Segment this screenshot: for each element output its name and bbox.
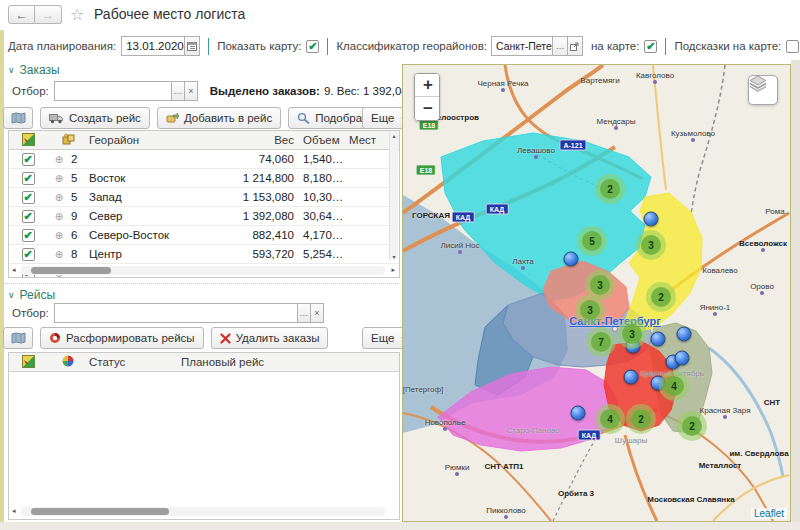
cluster-marker[interactable]: 4 [595, 404, 625, 434]
date-input[interactable]: 13.01.2020 [121, 36, 185, 56]
map-attribution[interactable]: Leaflet [751, 508, 787, 519]
favorite-star-icon[interactable]: ☆ [70, 5, 84, 24]
table-row[interactable]: ✔⊕6Северо-Восток882,4104,170… [9, 226, 399, 245]
orders-section-header[interactable]: ∨ Заказы [8, 63, 60, 77]
table-row[interactable]: ✔⊕8Центр593,7205,254… [9, 245, 399, 264]
map-place-label: Новополье [425, 418, 466, 427]
order-point-marker[interactable] [675, 351, 690, 366]
trips-map-toggle-button[interactable] [3, 327, 33, 349]
trips-filter-input[interactable] [54, 303, 298, 323]
disband-trips-button[interactable]: Расформировать рейсы [40, 327, 204, 349]
delete-orders-label: Удалить заказы [236, 332, 320, 344]
row-checkbox-cell: ✔ [9, 191, 47, 204]
map-canvas[interactable]: Черная РечкаБелоостровЛевашовоКавголовоВ… [402, 64, 791, 522]
orders-vertical-scrollbar[interactable]: ▴ ▾ [389, 132, 398, 260]
scroll-right-icon[interactable]: ▸ [391, 266, 395, 274]
trips-table-header[interactable]: Статус Плановый рейс [9, 353, 399, 372]
cluster-marker[interactable]: 2 [677, 411, 707, 441]
table-row[interactable]: ✔⊕5Восток1 214,8008,180… [9, 169, 399, 188]
classifier-label: Классификатор георайонов: [336, 40, 487, 52]
row-checkbox[interactable]: ✔ [22, 248, 35, 261]
section-splitter[interactable] [2, 283, 398, 284]
trips-filter-choose-button[interactable]: … [298, 303, 311, 323]
back-button[interactable]: ← [8, 5, 35, 24]
map-place-label: Московская Славянка [647, 495, 734, 504]
cluster-marker[interactable]: 3 [617, 319, 647, 349]
zoom-in-button[interactable]: + [415, 74, 440, 97]
row-checkbox[interactable]: ✔ [22, 153, 35, 166]
cluster-marker[interactable]: 3 [575, 295, 605, 325]
orders-filter-clear-button[interactable]: × [185, 81, 198, 101]
cluster-marker[interactable]: 4 [659, 371, 689, 401]
table-row[interactable]: ✔⊕274,0601,540… [9, 150, 399, 169]
row-georegion: Север [89, 210, 241, 222]
forward-button[interactable]: → [35, 5, 62, 24]
order-point-marker[interactable] [677, 327, 692, 342]
create-trip-button[interactable]: Создать рейс [40, 107, 150, 129]
row-checkbox-cell: ✔ [9, 153, 47, 166]
order-point-marker[interactable] [564, 252, 579, 267]
add-to-trip-button[interactable]: Добавить в рейс [157, 107, 281, 129]
scroll-up-icon[interactable]: ▴ [392, 132, 395, 139]
cluster-count: 3 [590, 275, 610, 295]
show-map-checkbox[interactable]: ✔ [306, 40, 319, 53]
map-layers-button[interactable] [748, 75, 778, 105]
row-checkbox[interactable]: ✔ [22, 172, 35, 185]
cluster-count: 3 [622, 324, 642, 344]
collapse-chevron-icon: ∨ [8, 65, 15, 75]
row-weight: 593,720 [241, 248, 294, 260]
hints-label: Подсказки на карте: [674, 40, 781, 52]
table-row[interactable]: ✔⊕9Север1 392,08030,64… [9, 207, 399, 226]
row-expand-icon[interactable]: ⊕ [47, 154, 71, 165]
row-expand-icon[interactable]: ⊕ [47, 211, 71, 222]
order-point-marker[interactable] [624, 370, 639, 385]
trip-column-icon [47, 355, 89, 369]
on-map-checkbox[interactable]: ✔ [644, 40, 657, 53]
cluster-marker[interactable]: 2 [595, 174, 625, 204]
row-checkbox[interactable]: ✔ [22, 191, 35, 204]
cluster-count: 2 [600, 179, 620, 199]
row-checkbox[interactable]: ✔ [22, 210, 35, 223]
trips-filter-row: Отбор: … × [12, 303, 324, 323]
classifier-input[interactable]: Санкт-Петербург [491, 36, 553, 56]
scroll-left-icon[interactable]: ◂ [12, 507, 16, 515]
village-dot-icon [521, 266, 525, 270]
row-checkbox[interactable]: ✔ [22, 229, 35, 242]
scroll-left-icon[interactable]: ◂ [12, 266, 16, 274]
order-point-marker[interactable] [571, 406, 586, 421]
order-point-marker[interactable] [651, 332, 666, 347]
order-point-marker[interactable] [644, 212, 659, 227]
map-place-label: Старо-Паново [506, 426, 559, 435]
row-expand-icon[interactable]: ⊕ [47, 192, 71, 203]
orders-filter-label: Отбор: [12, 85, 49, 97]
orders-section-label: Заказы [20, 63, 60, 77]
row-expand-icon[interactable]: ⊕ [47, 230, 71, 241]
trips-filter-clear-button[interactable]: × [311, 303, 324, 323]
cluster-marker[interactable]: 7 [586, 327, 616, 357]
village-dot-icon [614, 126, 618, 130]
hints-checkbox[interactable] [786, 40, 799, 53]
orders-table-header[interactable]: Георайон Вес Объем Мест [9, 131, 399, 150]
cluster-marker[interactable]: 2 [626, 404, 656, 434]
row-georegion: Запад [89, 191, 241, 203]
zoom-out-button[interactable]: − [415, 97, 440, 120]
classifier-open-button[interactable] [568, 36, 583, 56]
cluster-marker[interactable]: 5 [577, 226, 607, 256]
orders-filter-input[interactable] [54, 81, 172, 101]
trips-horizontal-scrollbar[interactable] [21, 507, 385, 516]
table-row[interactable]: ✔⊕5Запад1 153,08010,30… [9, 188, 399, 207]
orders-filter-row: Отбор: … × Выделено заказов:9. Вес: 1 39… [12, 81, 410, 101]
truck-icon [49, 113, 64, 124]
calendar-button[interactable] [185, 36, 200, 56]
delete-orders-button[interactable]: Удалить заказы [211, 327, 329, 349]
row-expand-icon[interactable]: ⊕ [47, 249, 71, 260]
cluster-marker[interactable]: 2 [646, 282, 676, 312]
cluster-marker[interactable]: 3 [636, 230, 666, 260]
trips-section-header[interactable]: ∨ Рейсы [8, 288, 55, 302]
orders-filter-choose-button[interactable]: … [172, 81, 185, 101]
orders-horizontal-scrollbar[interactable] [21, 266, 385, 275]
orders-map-toggle-button[interactable] [3, 107, 33, 129]
row-expand-icon[interactable]: ⊕ [47, 173, 71, 184]
classifier-choose-button[interactable]: … [553, 36, 568, 56]
scroll-down-icon[interactable]: ▾ [392, 253, 395, 260]
